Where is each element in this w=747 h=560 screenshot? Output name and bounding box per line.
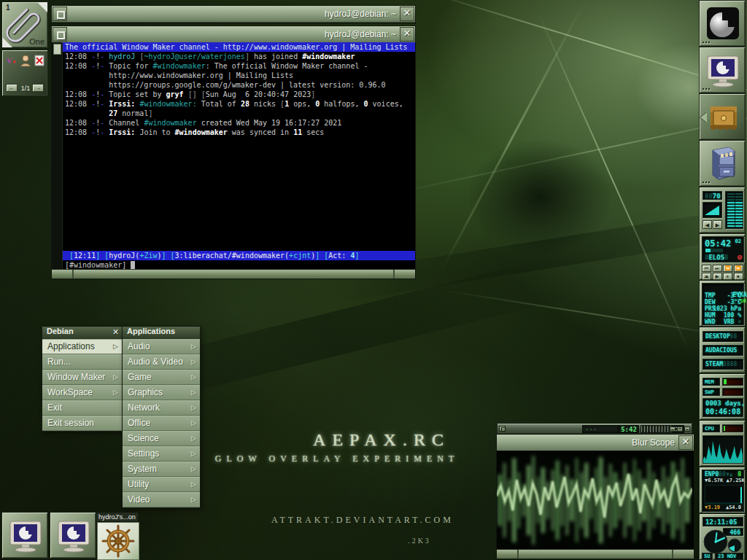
submenu-arrow-icon: ▷ [113, 386, 118, 399]
player-button-1[interactable]: ⏭ [713, 265, 722, 272]
blur-scope-canvas [497, 451, 694, 550]
volume-triangle [705, 206, 719, 215]
menu-item-workspace[interactable]: WorkSpace▷ [42, 385, 122, 400]
submenu-arrow-icon: ▷ [113, 340, 118, 353]
submenu-arrow-icon: ▷ [113, 370, 118, 384]
mixer-left-button[interactable]: ◀ [703, 220, 712, 229]
mixer-right-button[interactable]: ▶ [713, 220, 722, 229]
miniaturize-button[interactable] [53, 7, 67, 21]
submenu-arrow-icon: ▷ [191, 386, 196, 399]
clip-next-arrow-icon[interactable] [37, 2, 47, 12]
player-button-5[interactable]: ▶ [713, 273, 722, 280]
dock-tile-net[interactable]: ENP088▼▲ 8 ▼6.57K ▲7.25K ▼3.19 ▲54.0 [699, 467, 746, 513]
drawer-arrow-icon[interactable] [700, 112, 707, 122]
irssi-topic-bar: The official Window Maker channel - http… [63, 42, 415, 52]
menu-item-audio[interactable]: Audio▷ [123, 339, 200, 354]
menu-close-button[interactable]: ✕ [110, 327, 121, 338]
audacious-shade-bar[interactable]: ··· ····· 5:42 [497, 423, 692, 434]
menu-item-settings[interactable]: Settings▷ [123, 446, 200, 462]
debian-menu-title[interactable]: Debian ✕ [42, 327, 122, 339]
menu-item-game[interactable]: Game▷ [123, 370, 200, 385]
launcher-button-desktop[interactable]: DESKTOP88 [703, 331, 743, 342]
net-down-rate: ▼6.57K [705, 478, 723, 483]
audacious-close-button[interactable] [684, 427, 690, 432]
submenu-arrow-icon: ▷ [191, 478, 196, 491]
terminal-scrollbar[interactable] [52, 42, 63, 270]
menu-item-audio-video[interactable]: Audio & Video▷ [123, 354, 200, 370]
irssi-status-bar: [12:11] [hydroJ(+Ziw)] [3:liberachat/#wi… [63, 251, 415, 260]
miniwindow-helm[interactable]: hydroJ's...on [96, 512, 144, 559]
submenu-arrow-icon: ▷ [191, 401, 196, 414]
miniaturize-icon [57, 11, 65, 19]
dock-tile-weather[interactable]: EYKA 1150 TMP-3°CDEW-3°CPRS1023 hPaHUM10… [699, 280, 746, 327]
miniaturize-button[interactable] [53, 27, 67, 42]
blur-scope-resizebar[interactable] [497, 549, 694, 559]
applications-menu: Applications Audio▷Audio & Video▷Game▷Gr… [122, 326, 201, 508]
text-cursor [131, 261, 135, 269]
audacious-menu-button[interactable] [499, 426, 506, 432]
appicon-terminal-1[interactable] [1, 512, 48, 559]
audacious-shade-button[interactable] [677, 427, 683, 432]
menu-item-exit[interactable]: Exit [42, 400, 122, 416]
terminal-screen[interactable]: The official Window Maker channel - http… [52, 42, 415, 270]
person-icon [20, 55, 31, 66]
menu-item-run-[interactable]: Run... [42, 354, 122, 370]
appicon-terminal-2[interactable] [50, 512, 96, 559]
net-up-total: ▲54.0 [726, 505, 741, 510]
close-button[interactable]: ✕ [400, 7, 414, 21]
menu-item-exit-session[interactable]: Exit session [42, 416, 122, 431]
audacious-minimize-button[interactable] [670, 427, 676, 432]
wallpaper-subtitle: GLOW OVERLAY EXPERIMENT [215, 454, 460, 464]
player-button-4[interactable]: ⏏ [702, 273, 711, 280]
launcher-button-audacious[interactable]: AUDACIOUS [703, 345, 743, 356]
applications-menu-items: Audio▷Audio & Video▷Game▷Graphics▷Networ… [123, 339, 200, 508]
irc-message: 12:08 -!- hydroJ [~hydroJ@user/waterjone… [65, 52, 415, 61]
close-icon: ✕ [679, 436, 692, 449]
dock-tile-terminal[interactable] [699, 47, 746, 93]
menu-item-video[interactable]: Video▷ [123, 492, 200, 508]
dock-tile-launcher: DESKTOP88AUDACIOUSSTEAM8888 [699, 327, 746, 373]
dock-tile-cabinet[interactable] [699, 140, 746, 187]
menu-item-network[interactable]: Network▷ [123, 400, 200, 416]
terminal-monitor-icon [705, 53, 740, 88]
launcher-button-steam[interactable]: STEAM8888 [703, 359, 743, 370]
debian-menu: Debian ✕ Applications▷Run...Window Maker… [42, 326, 123, 432]
terminal-titlebar[interactable]: hydroJ@debian: ~ ✕ [52, 26, 415, 43]
wallpaper-credit: ATTRAKT.DEVIANTART.COM [271, 515, 454, 526]
dock-tile-mixer[interactable]: 8870 ◀ ▶ [699, 187, 746, 233]
dock-tile-drawer[interactable] [699, 93, 746, 140]
blur-scope-titlebar[interactable]: Blur Scope ✕ [497, 435, 694, 451]
scrollbar-thumb[interactable] [53, 44, 61, 55]
dock-tile-cpu[interactable]: CPU [699, 420, 746, 467]
player-button-7[interactable]: ⏹ [734, 273, 743, 280]
terminal-resizebar[interactable] [52, 269, 415, 279]
pager-left-button[interactable]: ← [6, 84, 18, 92]
miniwindow-label: hydroJ's...on [96, 512, 139, 522]
close-button[interactable]: ✕ [400, 27, 414, 42]
workspace-clip[interactable]: 1 One [1, 1, 48, 48]
mail-dockapp[interactable]: V● ← 1/1 → [1, 50, 48, 96]
menu-item-applications[interactable]: Applications▷ [42, 339, 122, 354]
player-button-6[interactable]: ⏸ [723, 273, 732, 280]
dock-tile-wmaker[interactable] [699, 0, 746, 47]
menu-item-system[interactable]: System▷ [123, 462, 200, 477]
terminal-back-titlebar[interactable]: hydroJ@debian: ~ ✕ [52, 6, 415, 23]
menu-item-window-maker[interactable]: Window Maker▷ [42, 370, 122, 385]
menu-item-science[interactable]: Science▷ [123, 431, 200, 446]
dock-tile-clock[interactable]: 12:11:05 466 SU 23 NOV [699, 513, 746, 560]
applications-menu-title[interactable]: Applications [123, 327, 200, 339]
submenu-arrow-icon: ▷ [191, 355, 196, 368]
dock-tile-player[interactable]: 05:42 02 8ELOS8 ⊘ ⏮⏭⏪⏩⏏▶⏸⏹ [699, 233, 746, 280]
player-button-3[interactable]: ⏩ [734, 265, 743, 272]
running-dots [703, 182, 713, 184]
menu-item-office[interactable]: Office▷ [123, 416, 200, 431]
menu-item-graphics[interactable]: Graphics▷ [123, 385, 200, 400]
player-button-0[interactable]: ⏮ [702, 265, 711, 272]
net-up-rate: ▲7.25K [727, 478, 745, 483]
dock-tile-sysmon[interactable]: MEM SWP 0003 days, 00:46:08 [699, 373, 746, 420]
menu-item-utility[interactable]: Utility▷ [123, 477, 200, 492]
pager-right-button[interactable]: → [32, 84, 44, 92]
close-button[interactable]: ✕ [678, 435, 693, 450]
clock-subdial [727, 538, 742, 553]
player-button-2[interactable]: ⏪ [723, 265, 732, 272]
